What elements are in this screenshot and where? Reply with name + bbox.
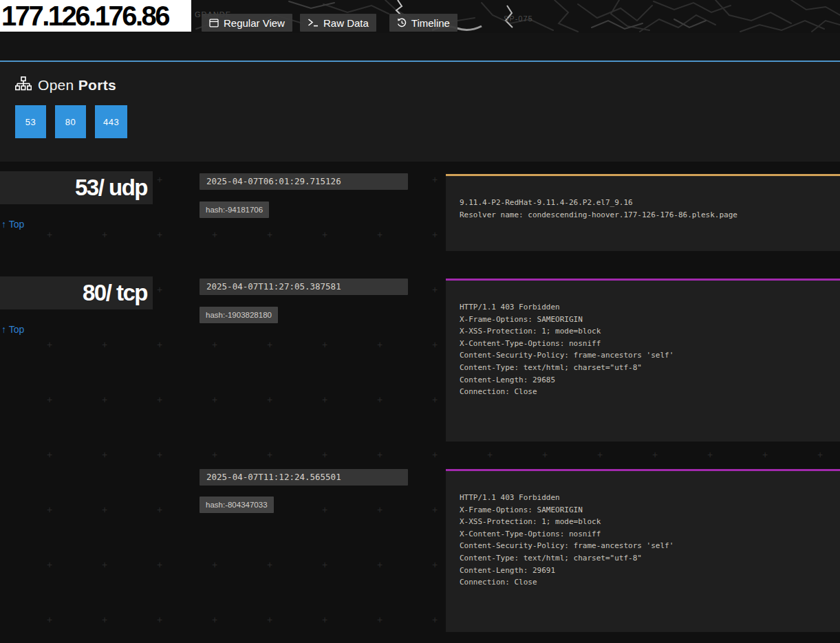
banner-line: X-XSS-Protection: 1; mode=block (460, 325, 840, 338)
hash-badge: hash:-804347033 (200, 497, 274, 513)
banner-data-panel-http-2: HTTP/1.1 403 Forbidden X-Frame-Options: … (446, 469, 840, 632)
banner-line: X-XSS-Protection: 1; mode=block (460, 516, 840, 528)
banner-line: Content-Length: 29685 (460, 374, 840, 386)
banner-line: Resolver name: condescending-hoover.177-… (460, 209, 840, 221)
banner-line: Content-Length: 29691 (460, 565, 840, 577)
page-header: GRANDE SP-075 177.126.176.86 Regular Vie… (0, 0, 840, 61)
banner-line: HTTP/1.1 403 Forbidden (460, 301, 840, 314)
hash-badge: hash:-94181706 (200, 201, 269, 218)
top-link[interactable]: ↑ Top (1, 219, 24, 230)
ip-address-banner: 177.126.176.86 (0, 0, 191, 32)
banner-line: HTTP/1.1 403 Forbidden (460, 492, 840, 504)
port-header-53-udp: 53/ udp (0, 171, 153, 204)
banner-line: Connection: Close (460, 386, 840, 398)
banner-line: Connection: Close (460, 576, 840, 589)
history-icon (397, 18, 407, 28)
regular-view-button[interactable]: Regular View (202, 14, 292, 32)
banner-line: Content-Type: text/html; charset="utf-8" (460, 362, 840, 374)
port-chip-53[interactable]: 53 (15, 105, 46, 138)
banner-line: X-Content-Type-Options: nosniff (460, 528, 840, 541)
raw-data-label: Raw Data (323, 17, 369, 29)
port-header-80-tcp: 80/ tcp (0, 276, 153, 309)
banner-line: X-Frame-Options: SAMEORIGIN (460, 314, 840, 326)
open-ports-title-bold: Ports (78, 77, 116, 93)
timeline-label: Timeline (411, 17, 450, 29)
banner-line: Content-Security-Policy: frame-ancestors… (460, 349, 840, 362)
terminal-icon (308, 19, 319, 27)
banner-line: 9.11.4-P2-RedHat-9.11.4-26.P2.el7_9.16 (460, 197, 840, 209)
open-ports-section: Open Ports 53 80 443 (0, 62, 840, 162)
timestamp-badge: 2025-04-07T06:01:29.715126 (200, 173, 408, 190)
ip-address: 177.126.176.86 (0, 2, 169, 30)
timestamp-badge: 2025-04-07T11:12:24.565501 (200, 469, 408, 486)
banner-data-panel-http: HTTP/1.1 403 Forbidden X-Frame-Options: … (446, 279, 840, 442)
raw-data-button[interactable]: Raw Data (300, 14, 376, 32)
port-chip-443[interactable]: 443 (95, 105, 127, 138)
banner-line: X-Content-Type-Options: nosniff (460, 338, 840, 350)
timeline-button[interactable]: Timeline (389, 14, 457, 32)
open-ports-title-light: Open (38, 77, 74, 93)
top-link[interactable]: ↑ Top (1, 324, 24, 335)
banner-data-panel-dns: 9.11.4-P2-RedHat-9.11.4-26.P2.el7_9.16 R… (446, 174, 840, 251)
timeline-section: ++++++++++++++++++++++++++++++++++++++++… (0, 162, 840, 643)
hash-badge: hash:-1903828180 (200, 307, 278, 323)
regular-view-label: Regular View (224, 17, 285, 29)
window-icon (209, 19, 219, 28)
port-chip-list: 53 80 443 (15, 105, 840, 138)
host-timeline-page: GRANDE SP-075 177.126.176.86 Regular Vie… (0, 0, 840, 643)
sitemap-icon (15, 76, 32, 94)
banner-line: Content-Security-Policy: frame-ancestors… (460, 540, 840, 552)
banner-line: X-Frame-Options: SAMEORIGIN (460, 504, 840, 516)
banner-line: Content-Type: text/html; charset="utf-8" (460, 552, 840, 565)
port-chip-80[interactable]: 80 (55, 105, 86, 138)
map-label-sp075: SP-075 (504, 14, 533, 23)
open-ports-title: Open Ports (15, 76, 840, 94)
timestamp-badge: 2025-04-07T11:27:05.387581 (200, 279, 408, 295)
view-switcher: Regular View Raw Data Timeline (202, 14, 457, 32)
